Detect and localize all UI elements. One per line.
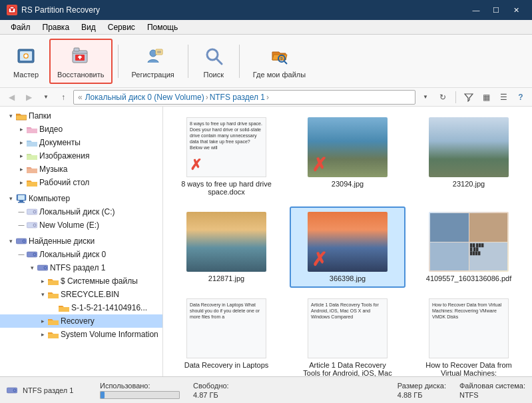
status-used-label: Использовано: xyxy=(100,382,180,390)
svg-rect-45 xyxy=(59,307,69,312)
menu-view[interactable]: Вид xyxy=(76,21,101,33)
minimize-btn[interactable]: — xyxy=(467,3,485,17)
file-item-doc4[interactable]: How to Recover Data from Virtual Machine… xyxy=(411,293,527,376)
menu-service[interactable]: Сервис xyxy=(103,21,140,33)
sidebar-video-label: Видео xyxy=(39,125,63,134)
doc2-name: Data Recovery in Laptops xyxy=(184,361,269,369)
img4-name: 366398.jpg xyxy=(330,274,366,282)
close-btn[interactable]: ✕ xyxy=(507,3,525,17)
status-free-label: Свободно: xyxy=(193,382,229,390)
sidebar-section-computer[interactable]: ▾ Компьютер xyxy=(0,192,162,205)
register-button[interactable]: Регистрация xyxy=(124,39,182,84)
svg-rect-48 xyxy=(7,388,17,393)
breadcrumb-disk[interactable]: Локальный диск 0 (New Volume) xyxy=(85,93,204,102)
menu-edit[interactable]: Правка xyxy=(37,21,75,33)
file-item-img2[interactable]: 23120.jpg xyxy=(411,112,527,201)
file-item-img3[interactable]: 212871.jpg xyxy=(168,206,284,288)
sidebar-ntfs1-label: NTFS раздел 1 xyxy=(50,263,105,272)
sidebar-item-ntfs1[interactable]: ▾ NTFS раздел 1 xyxy=(0,261,162,274)
status-fs-section: Файловая система: NTFS xyxy=(459,382,525,399)
magazine-grid: ▉▉ ▉▉▉▉ ▉▉▉▉▉▉ xyxy=(430,213,507,270)
search-label: Поиск xyxy=(204,71,224,79)
mag-cell-3 xyxy=(430,242,469,271)
menu-help[interactable]: Помощь xyxy=(142,21,183,33)
svg-rect-46 xyxy=(48,320,59,325)
sidebar-section-found-disks[interactable]: ▾ Найденные диски xyxy=(0,234,162,248)
file-item-pdf1[interactable]: ▉▉ ▉▉▉▉ ▉▉▉▉▉▉ 4109557_1603136086.pdf xyxy=(411,206,527,288)
sidebar-item-desktop[interactable]: ▸ Рабочий стол xyxy=(0,176,162,189)
svg-rect-27 xyxy=(27,169,37,173)
sid-folder-icon xyxy=(59,302,69,313)
sidebar-item-recovery[interactable]: ▸ Recovery xyxy=(0,314,162,328)
sidebar-item-documents[interactable]: ▸ Документы xyxy=(0,136,162,149)
svg-rect-28 xyxy=(27,182,37,187)
expand-new-volume: — xyxy=(16,220,27,230)
filter-button[interactable] xyxy=(461,90,476,105)
view-button-1[interactable]: ▦ xyxy=(479,90,493,105)
sidebar-item-video[interactable]: ▸ Видео xyxy=(0,123,162,136)
forward-button[interactable]: ▶ xyxy=(21,90,36,105)
sidebar-item-srecycle[interactable]: ▾ SRECYCLE.BIN xyxy=(0,288,162,301)
expand-images: ▸ xyxy=(16,151,27,161)
help-button[interactable]: ? xyxy=(513,90,528,105)
sidebar-item-sid[interactable]: S-1-5-21-14104916... xyxy=(0,301,162,314)
sidebar-section-folders[interactable]: ▾ Папки xyxy=(0,109,162,123)
title-bar: RS Partition Recovery — ☐ ✕ xyxy=(0,0,532,20)
sidebar-item-disk-0[interactable]: — Локальный диск 0 xyxy=(0,248,162,261)
expand-disk-c: — xyxy=(16,206,27,217)
svg-rect-24 xyxy=(27,129,37,133)
breadcrumb-partition[interactable]: NTFS раздел 1 xyxy=(210,93,265,102)
file-item-img4[interactable]: ✗ 366398.jpg xyxy=(290,206,405,288)
svi-folder-icon xyxy=(48,329,59,340)
restore-button[interactable]: Восстановить xyxy=(49,39,112,84)
sidebar-disk-c-label: Локальный диск (C:) xyxy=(39,207,115,216)
path-dropdown[interactable]: ▼ xyxy=(418,90,433,105)
svg-rect-15 xyxy=(156,49,162,55)
music-folder-icon xyxy=(27,164,37,175)
app-title: RS Partition Recovery xyxy=(21,5,100,15)
master-button[interactable]: Мастер xyxy=(5,39,47,84)
sidebar-item-disk-c[interactable]: — Локальный диск (C:) xyxy=(0,205,162,218)
maximize-btn[interactable]: ☐ xyxy=(487,3,505,17)
view-button-2[interactable]: ☰ xyxy=(496,90,511,105)
sidebar-item-svi[interactable]: ▸ System Volume Information xyxy=(0,328,162,341)
wherefiles-label: Где мои файлы xyxy=(253,71,306,79)
file-item-doc3[interactable]: Article 1 Data Recovery Tools for Androi… xyxy=(290,293,405,376)
toolbar-separator-2 xyxy=(188,45,188,78)
status-used-bar xyxy=(100,391,180,399)
sidebar-item-images[interactable]: ▸ Изображения xyxy=(0,149,162,163)
expand-sid xyxy=(48,302,59,313)
dropdown-button[interactable]: ▼ xyxy=(39,90,53,105)
file-item-doc1[interactable]: 8 ways to free up hard drive space. Does… xyxy=(168,112,284,201)
search-button[interactable]: Поиск xyxy=(194,39,234,84)
status-used-section: Использовано: xyxy=(100,382,180,399)
computer-icon xyxy=(16,193,27,204)
menu-file[interactable]: Файл xyxy=(5,21,36,33)
refresh-button[interactable]: ↻ xyxy=(435,90,450,105)
doc1-name: 8 ways to free up hard drive space.docx xyxy=(180,180,273,196)
svg-rect-47 xyxy=(48,334,59,338)
expand-srecycle: ▾ xyxy=(37,289,48,300)
svg-rect-1 xyxy=(10,7,14,9)
sidebar-item-new-volume[interactable]: — New Volume (E:) xyxy=(0,218,162,232)
doc1-text: 8 ways to free up hard drive space. Does… xyxy=(190,121,263,151)
expand-recovery: ▸ xyxy=(37,316,48,326)
svg-rect-25 xyxy=(27,142,37,147)
folder-icon-main xyxy=(16,111,27,121)
sidebar-item-sysfiles[interactable]: ▸ $ Системные файлы xyxy=(0,274,162,288)
file-item-doc2[interactable]: Data Recovery in Laptops What should you… xyxy=(168,293,284,376)
toolbar-separator-1 xyxy=(118,45,119,78)
sidebar-recovery-label: Recovery xyxy=(61,316,95,326)
video-folder-icon xyxy=(27,124,37,135)
wherefiles-button[interactable]: ? Где мои файлы xyxy=(245,39,314,84)
up-button[interactable]: ↑ xyxy=(56,90,71,105)
sidebar-item-music[interactable]: ▸ Музыка xyxy=(0,163,162,176)
back-button[interactable]: ◀ xyxy=(4,90,19,105)
img1-deleted-mark: ✗ xyxy=(312,154,327,176)
expand-sysfiles: ▸ xyxy=(37,276,48,286)
expand-documents: ▸ xyxy=(16,137,27,148)
sidebar-svi-label: System Volume Information xyxy=(61,330,158,339)
address-path[interactable]: « Локальный диск 0 (New Volume) › NTFS р… xyxy=(73,90,415,105)
file-item-img1[interactable]: ✗ 23094.jpg xyxy=(290,112,405,201)
status-disk-icon xyxy=(7,385,17,396)
